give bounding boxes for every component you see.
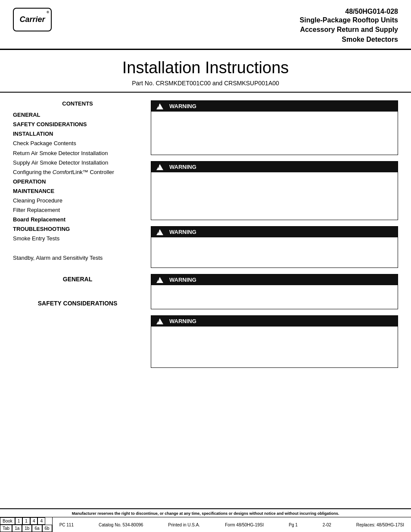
logo-area: Carrier <box>13 8 52 31</box>
right-column: ! WARNING ! WARNING <box>151 100 398 374</box>
toc-item: Filter Replacement <box>13 205 142 215</box>
warning-body-1 <box>151 112 398 155</box>
warning-body-3 <box>151 237 398 268</box>
footer: Manufacturer reserves the right to disco… <box>0 508 411 532</box>
footer-pg: Pg 1 <box>289 523 298 527</box>
part-number: Part No. CRSMKDET001C00 and CRSMKSUP001A… <box>13 80 398 87</box>
toc-item: SAFETY CONSIDERATIONS <box>13 120 142 129</box>
warning-label-2: WARNING <box>169 164 196 170</box>
warning-box-4: ! WARNING <box>151 274 398 309</box>
footer-disclaimer: Manufacturer reserves the right to disco… <box>0 509 411 517</box>
toc-item: Cleaning Procedure <box>13 196 142 205</box>
toc-item: OPERATION <box>13 177 142 187</box>
contents-heading: CONTENTS <box>13 100 142 107</box>
toc-item: GENERAL <box>13 110 142 120</box>
header-title: 48/50HG014-028 Single-Package Rooftop Un… <box>300 8 398 44</box>
warning-label-1: WARNING <box>169 103 196 109</box>
footer-tab1: 1a <box>12 525 22 532</box>
warning-box-1: ! WARNING <box>151 100 398 155</box>
warning-label-4: WARNING <box>169 277 196 283</box>
footer-col5: 4 <box>37 517 45 525</box>
footer-book-val: 1 <box>15 517 23 525</box>
footer-printed: Printed in U.S.A. <box>168 523 200 527</box>
footer-catalog: Catalog No. 534-80096 <box>99 523 143 527</box>
footer-tab4: 6b <box>42 525 52 532</box>
warning-body-5 <box>151 327 398 367</box>
warning-header-4: ! WARNING <box>151 274 398 285</box>
warning-body-4 <box>151 285 398 309</box>
toc-item: Check Package Contents <box>13 139 142 148</box>
page-wrapper: Carrier 48/50HG014-028 Single-Package Ro… <box>0 0 411 532</box>
footer-tab3: 6a <box>32 525 42 532</box>
product-line3: Smoke Detectors <box>342 36 398 43</box>
model-number: 48/50HG014-028 <box>300 8 398 16</box>
toc-item: TROUBLESHOOTING <box>13 224 142 234</box>
warning-box-3: ! WARNING <box>151 226 398 268</box>
warning-body-2 <box>151 172 398 220</box>
header: Carrier 48/50HG014-028 Single-Package Ro… <box>0 0 411 50</box>
warning-header-3: ! WARNING <box>151 227 398 237</box>
carrier-logo: Carrier <box>13 8 52 31</box>
toc-item <box>13 243 142 253</box>
toc-item: Board Replacement <box>13 215 142 224</box>
warning-label-3: WARNING <box>169 229 196 235</box>
footer-book-label: Book <box>0 517 15 525</box>
toc-list: GENERAL SAFETY CONSIDERATIONS INSTALLATI… <box>13 110 142 263</box>
left-column: CONTENTS GENERAL SAFETY CONSIDERATIONS I… <box>13 100 142 374</box>
footer-tab-label: Tab <box>0 525 12 532</box>
footer-col4: 4 <box>30 517 38 525</box>
warning-header-5: ! WARNING <box>151 316 398 327</box>
toc-item: INSTALLATION <box>13 129 142 139</box>
footer-info: Book 1 1 4 4 Tab 1a 1b 6a 6b PC 111 Cata… <box>0 517 411 532</box>
warning-label-5: WARNING <box>169 318 196 324</box>
safety-section-heading: SAFETY CONSIDERATIONS <box>13 300 142 307</box>
toc-item: Configuring the ComfortLink™ Controller <box>13 168 142 177</box>
warning-box-5: ! WARNING <box>151 315 398 368</box>
product-line2: Accessory Return and Supply <box>300 26 398 33</box>
toc-item: Supply Air Smoke Detector Installation <box>13 158 142 168</box>
product-title: Single-Package Rooftop Units Accessory R… <box>300 16 398 44</box>
toc-item: Return Air Smoke Detector Installation <box>13 149 142 158</box>
carrier-logo-text: Carrier <box>19 15 45 24</box>
footer-pc: PC 111 <box>59 523 74 527</box>
footer-replaces: Replaces: 48/50HG-17SI <box>356 523 404 527</box>
content-area: CONTENTS GENERAL SAFETY CONSIDERATIONS I… <box>0 93 411 374</box>
main-title: Installation Instructions <box>13 59 398 77</box>
footer-form: Form 48/50HG-19SI <box>225 523 264 527</box>
footer-tab2: 1b <box>22 525 32 532</box>
general-section-heading: GENERAL <box>13 276 142 283</box>
toc-item: Standby, Alarm and Sensitivity Tests <box>13 253 142 263</box>
warning-box-2: ! WARNING <box>151 161 398 220</box>
footer-col3: 1 <box>22 517 30 525</box>
warning-header-1: ! WARNING <box>151 101 398 112</box>
footer-date: 2-02 <box>323 523 331 527</box>
main-title-section: Installation Instructions Part No. CRSMK… <box>0 50 411 93</box>
toc-item: MAINTENANCE <box>13 187 142 196</box>
product-line1: Single-Package Rooftop Units <box>300 16 398 24</box>
toc-item: Smoke Entry Tests <box>13 234 142 243</box>
warning-header-2: ! WARNING <box>151 162 398 172</box>
footer-meta: PC 111 Catalog No. 534-80096 Printed in … <box>53 517 411 532</box>
